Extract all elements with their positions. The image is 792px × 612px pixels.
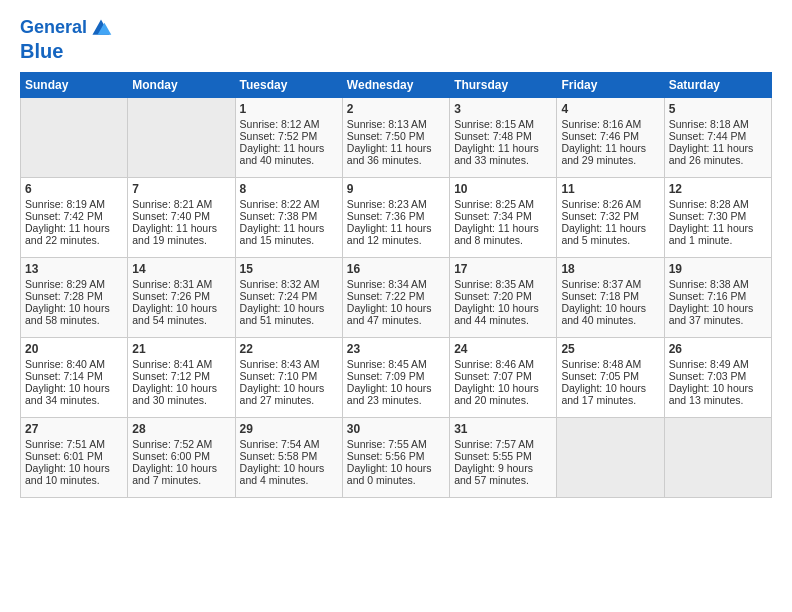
- daylight-text: Daylight: 11 hours and 36 minutes.: [347, 142, 432, 166]
- day-number: 10: [454, 182, 552, 196]
- daylight-text: Daylight: 11 hours and 12 minutes.: [347, 222, 432, 246]
- sunset-text: Sunset: 7:30 PM: [669, 210, 747, 222]
- daylight-text: Daylight: 10 hours and 4 minutes.: [240, 462, 325, 486]
- logo: General Blue: [20, 16, 113, 62]
- weekday-header-wednesday: Wednesday: [342, 73, 449, 98]
- daylight-text: Daylight: 11 hours and 40 minutes.: [240, 142, 325, 166]
- sunset-text: Sunset: 5:56 PM: [347, 450, 425, 462]
- day-number: 9: [347, 182, 445, 196]
- calendar-cell: 10Sunrise: 8:25 AMSunset: 7:34 PMDayligh…: [450, 178, 557, 258]
- weekday-header-sunday: Sunday: [21, 73, 128, 98]
- calendar-cell: 13Sunrise: 8:29 AMSunset: 7:28 PMDayligh…: [21, 258, 128, 338]
- day-number: 3: [454, 102, 552, 116]
- day-number: 14: [132, 262, 230, 276]
- sunrise-text: Sunrise: 8:18 AM: [669, 118, 749, 130]
- daylight-text: Daylight: 10 hours and 37 minutes.: [669, 302, 754, 326]
- header: General Blue: [20, 16, 772, 62]
- sunset-text: Sunset: 7:09 PM: [347, 370, 425, 382]
- calendar-cell: 5Sunrise: 8:18 AMSunset: 7:44 PMDaylight…: [664, 98, 771, 178]
- sunrise-text: Sunrise: 8:15 AM: [454, 118, 534, 130]
- calendar-week-row: 20Sunrise: 8:40 AMSunset: 7:14 PMDayligh…: [21, 338, 772, 418]
- sunrise-text: Sunrise: 7:55 AM: [347, 438, 427, 450]
- sunrise-text: Sunrise: 8:40 AM: [25, 358, 105, 370]
- sunset-text: Sunset: 7:05 PM: [561, 370, 639, 382]
- calendar-cell: 15Sunrise: 8:32 AMSunset: 7:24 PMDayligh…: [235, 258, 342, 338]
- daylight-text: Daylight: 10 hours and 51 minutes.: [240, 302, 325, 326]
- sunrise-text: Sunrise: 8:25 AM: [454, 198, 534, 210]
- sunset-text: Sunset: 6:01 PM: [25, 450, 103, 462]
- weekday-header-row: SundayMondayTuesdayWednesdayThursdayFrid…: [21, 73, 772, 98]
- day-number: 1: [240, 102, 338, 116]
- daylight-text: Daylight: 10 hours and 44 minutes.: [454, 302, 539, 326]
- sunrise-text: Sunrise: 8:32 AM: [240, 278, 320, 290]
- sunset-text: Sunset: 7:36 PM: [347, 210, 425, 222]
- sunset-text: Sunset: 7:28 PM: [25, 290, 103, 302]
- weekday-header-thursday: Thursday: [450, 73, 557, 98]
- calendar-cell: 20Sunrise: 8:40 AMSunset: 7:14 PMDayligh…: [21, 338, 128, 418]
- logo-icon: [89, 16, 113, 40]
- sunrise-text: Sunrise: 8:23 AM: [347, 198, 427, 210]
- day-number: 11: [561, 182, 659, 196]
- sunrise-text: Sunrise: 8:12 AM: [240, 118, 320, 130]
- sunrise-text: Sunrise: 8:49 AM: [669, 358, 749, 370]
- calendar-cell: 14Sunrise: 8:31 AMSunset: 7:26 PMDayligh…: [128, 258, 235, 338]
- sunrise-text: Sunrise: 8:46 AM: [454, 358, 534, 370]
- day-number: 6: [25, 182, 123, 196]
- calendar-cell: 23Sunrise: 8:45 AMSunset: 7:09 PMDayligh…: [342, 338, 449, 418]
- sunset-text: Sunset: 7:26 PM: [132, 290, 210, 302]
- weekday-header-saturday: Saturday: [664, 73, 771, 98]
- calendar-cell: 28Sunrise: 7:52 AMSunset: 6:00 PMDayligh…: [128, 418, 235, 498]
- sunrise-text: Sunrise: 7:52 AM: [132, 438, 212, 450]
- calendar-cell: 7Sunrise: 8:21 AMSunset: 7:40 PMDaylight…: [128, 178, 235, 258]
- calendar-cell: 29Sunrise: 7:54 AMSunset: 5:58 PMDayligh…: [235, 418, 342, 498]
- day-number: 16: [347, 262, 445, 276]
- daylight-text: Daylight: 10 hours and 54 minutes.: [132, 302, 217, 326]
- day-number: 15: [240, 262, 338, 276]
- day-number: 17: [454, 262, 552, 276]
- sunrise-text: Sunrise: 8:41 AM: [132, 358, 212, 370]
- calendar-cell: 16Sunrise: 8:34 AMSunset: 7:22 PMDayligh…: [342, 258, 449, 338]
- day-number: 19: [669, 262, 767, 276]
- sunset-text: Sunset: 7:48 PM: [454, 130, 532, 142]
- sunset-text: Sunset: 7:22 PM: [347, 290, 425, 302]
- sunset-text: Sunset: 5:58 PM: [240, 450, 318, 462]
- calendar-cell: [557, 418, 664, 498]
- calendar-week-row: 1Sunrise: 8:12 AMSunset: 7:52 PMDaylight…: [21, 98, 772, 178]
- sunrise-text: Sunrise: 7:57 AM: [454, 438, 534, 450]
- sunset-text: Sunset: 7:40 PM: [132, 210, 210, 222]
- sunrise-text: Sunrise: 8:21 AM: [132, 198, 212, 210]
- calendar-week-row: 13Sunrise: 8:29 AMSunset: 7:28 PMDayligh…: [21, 258, 772, 338]
- page: General Blue SundayMondayTuesdayWednesda…: [0, 0, 792, 612]
- day-number: 31: [454, 422, 552, 436]
- daylight-text: Daylight: 9 hours and 57 minutes.: [454, 462, 533, 486]
- calendar-cell: 6Sunrise: 8:19 AMSunset: 7:42 PMDaylight…: [21, 178, 128, 258]
- sunrise-text: Sunrise: 8:29 AM: [25, 278, 105, 290]
- calendar-table: SundayMondayTuesdayWednesdayThursdayFrid…: [20, 72, 772, 498]
- daylight-text: Daylight: 10 hours and 58 minutes.: [25, 302, 110, 326]
- sunset-text: Sunset: 7:07 PM: [454, 370, 532, 382]
- daylight-text: Daylight: 11 hours and 5 minutes.: [561, 222, 646, 246]
- calendar-cell: 4Sunrise: 8:16 AMSunset: 7:46 PMDaylight…: [557, 98, 664, 178]
- daylight-text: Daylight: 10 hours and 34 minutes.: [25, 382, 110, 406]
- calendar-cell: 26Sunrise: 8:49 AMSunset: 7:03 PMDayligh…: [664, 338, 771, 418]
- daylight-text: Daylight: 10 hours and 7 minutes.: [132, 462, 217, 486]
- calendar-cell: 25Sunrise: 8:48 AMSunset: 7:05 PMDayligh…: [557, 338, 664, 418]
- daylight-text: Daylight: 11 hours and 1 minute.: [669, 222, 754, 246]
- sunset-text: Sunset: 7:34 PM: [454, 210, 532, 222]
- calendar-week-row: 6Sunrise: 8:19 AMSunset: 7:42 PMDaylight…: [21, 178, 772, 258]
- sunset-text: Sunset: 7:32 PM: [561, 210, 639, 222]
- day-number: 26: [669, 342, 767, 356]
- sunset-text: Sunset: 7:24 PM: [240, 290, 318, 302]
- sunset-text: Sunset: 7:52 PM: [240, 130, 318, 142]
- daylight-text: Daylight: 11 hours and 29 minutes.: [561, 142, 646, 166]
- calendar-cell: 21Sunrise: 8:41 AMSunset: 7:12 PMDayligh…: [128, 338, 235, 418]
- sunrise-text: Sunrise: 8:26 AM: [561, 198, 641, 210]
- calendar-cell: 18Sunrise: 8:37 AMSunset: 7:18 PMDayligh…: [557, 258, 664, 338]
- calendar-cell: 11Sunrise: 8:26 AMSunset: 7:32 PMDayligh…: [557, 178, 664, 258]
- calendar-cell: 31Sunrise: 7:57 AMSunset: 5:55 PMDayligh…: [450, 418, 557, 498]
- daylight-text: Daylight: 11 hours and 8 minutes.: [454, 222, 539, 246]
- day-number: 5: [669, 102, 767, 116]
- calendar-week-row: 27Sunrise: 7:51 AMSunset: 6:01 PMDayligh…: [21, 418, 772, 498]
- calendar-cell: [128, 98, 235, 178]
- day-number: 4: [561, 102, 659, 116]
